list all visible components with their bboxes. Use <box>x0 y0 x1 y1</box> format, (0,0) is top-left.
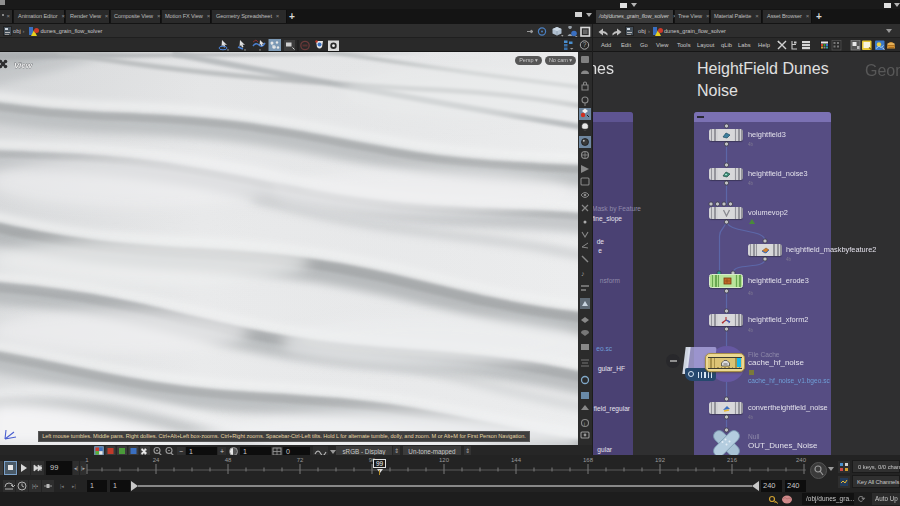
svg-text:216: 216 <box>727 457 738 463</box>
svg-text:240: 240 <box>796 457 807 463</box>
svg-text:72: 72 <box>297 457 304 463</box>
svg-text:120: 120 <box>439 457 450 463</box>
svg-text:1: 1 <box>85 457 89 463</box>
svg-text:48: 48 <box>225 457 232 463</box>
svg-text:i: i <box>584 421 585 427</box>
svg-text:192: 192 <box>655 457 666 463</box>
svg-text:168: 168 <box>583 457 594 463</box>
svg-text:144: 144 <box>511 457 522 463</box>
svg-text:?: ? <box>583 41 587 48</box>
svg-text:♪: ♪ <box>581 270 585 277</box>
svg-text:24: 24 <box>153 457 160 463</box>
svg-text:View: View <box>14 61 33 70</box>
